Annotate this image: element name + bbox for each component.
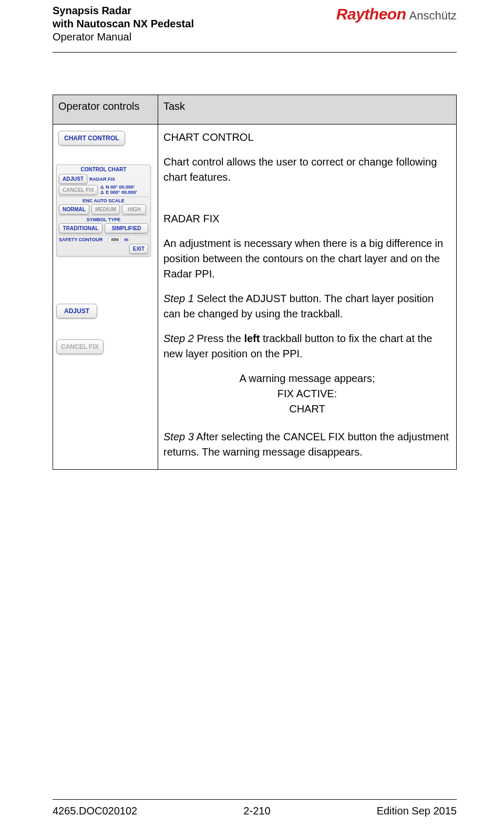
panel-safety-contour-label: SAFETY CONTOUR bbox=[59, 237, 102, 242]
col-header-controls: Operator controls bbox=[53, 95, 158, 125]
panel-title: CONTROL CHART bbox=[59, 167, 148, 172]
panel-lat: N 00° 00.000' bbox=[106, 184, 135, 190]
header-line1: Synapsis Radar bbox=[53, 4, 194, 17]
task-warning-block: A warning message appears; FIX ACTIVE: C… bbox=[163, 371, 451, 417]
panel-normal-button[interactable]: NORMAL bbox=[59, 204, 89, 214]
panel-medium-button[interactable]: MEDIUM bbox=[91, 204, 120, 214]
task-step1-prefix: Step 1 bbox=[163, 293, 194, 304]
cell-operator-controls: CHART CONTROL CONTROL CHART ADJUST RADAR… bbox=[53, 125, 158, 470]
panel-high-button[interactable]: HIGH bbox=[122, 204, 146, 214]
chart-control-button[interactable]: CHART CONTROL bbox=[58, 131, 125, 146]
panel-adjust-button[interactable]: ADJUST bbox=[59, 174, 87, 184]
task-step2-bold: left bbox=[244, 333, 260, 344]
task-p1: Chart control allows the user to correct… bbox=[163, 154, 451, 185]
panel-lon: E 000° 00.000' bbox=[106, 190, 137, 195]
task-h1: CHART CONTROL bbox=[163, 130, 451, 145]
panel-radar-fix-label: RADAR FIX bbox=[89, 177, 115, 182]
task-step2-a: Press the bbox=[194, 333, 244, 344]
task-p2: An adjustment is necessary when there is… bbox=[163, 236, 451, 282]
task-step3-text: After selecting the CANCEL FIX button th… bbox=[163, 431, 449, 458]
panel-symbol-type-label: SYMBOL TYPE bbox=[59, 215, 148, 222]
panel-cancel-fix-button[interactable]: CANCEL FIX bbox=[59, 185, 98, 195]
task-step3: Step 3 After selecting the CANCEL FIX bu… bbox=[163, 429, 451, 460]
col-header-task: Task bbox=[158, 95, 457, 125]
panel-enc-auto-scale-label: ENC AUTO SCALE bbox=[59, 197, 148, 203]
cell-task: CHART CONTROL Chart control allows the u… bbox=[158, 125, 457, 470]
panel-simplified-button[interactable]: SIMPLIFIED bbox=[105, 223, 148, 233]
panel-safety-value: 886 bbox=[109, 236, 121, 243]
footer-doc-no: 4265.DOC020102 bbox=[53, 805, 137, 817]
task-warn2: FIX ACTIVE: bbox=[163, 386, 451, 401]
task-step1-text: Select the ADJUST button. The chart laye… bbox=[163, 293, 434, 319]
task-table: Operator controls Task CHART CONTROL CON… bbox=[53, 95, 457, 470]
brand-raytheon: Raytheon bbox=[336, 5, 406, 23]
header-line3: Operator Manual bbox=[53, 30, 194, 44]
header-title-block: Synapsis Radar with Nautoscan NX Pedesta… bbox=[53, 4, 194, 44]
task-step1: Step 1 Select the ADJUST button. The cha… bbox=[163, 291, 451, 322]
footer-edition: Edition Sep 2015 bbox=[377, 805, 457, 817]
panel-safety-unit: m bbox=[124, 237, 128, 242]
task-h2: RADAR FIX bbox=[163, 211, 451, 226]
task-warn3: CHART bbox=[163, 401, 451, 417]
task-step2: Step 2 Press the left trackball button t… bbox=[163, 331, 451, 362]
panel-traditional-button[interactable]: TRADITIONAL bbox=[59, 223, 102, 233]
task-warn1: A warning message appears; bbox=[163, 371, 451, 386]
panel-exit-button[interactable]: EXIT bbox=[129, 244, 148, 254]
page-header: Synapsis Radar with Nautoscan NX Pedesta… bbox=[53, 4, 457, 53]
task-step3-prefix: Step 3 bbox=[163, 431, 194, 442]
task-step2-prefix: Step 2 bbox=[163, 333, 194, 344]
footer-page: 2-210 bbox=[243, 805, 270, 817]
panel-coords: Δ N 00° 00.000' Δ E 000° 00.000' bbox=[100, 185, 137, 195]
cancel-fix-button[interactable]: CANCEL FIX bbox=[56, 339, 104, 354]
adjust-button[interactable]: ADJUST bbox=[56, 304, 97, 318]
brand-anschutz: Anschütz bbox=[409, 9, 457, 23]
header-line2: with Nautoscan NX Pedestal bbox=[53, 17, 194, 30]
page-footer: 4265.DOC020102 2-210 Edition Sep 2015 bbox=[53, 799, 457, 817]
control-chart-panel: CONTROL CHART ADJUST RADAR FIX CANCEL FI… bbox=[56, 164, 151, 256]
brand-block: Raytheon Anschütz bbox=[336, 4, 457, 23]
